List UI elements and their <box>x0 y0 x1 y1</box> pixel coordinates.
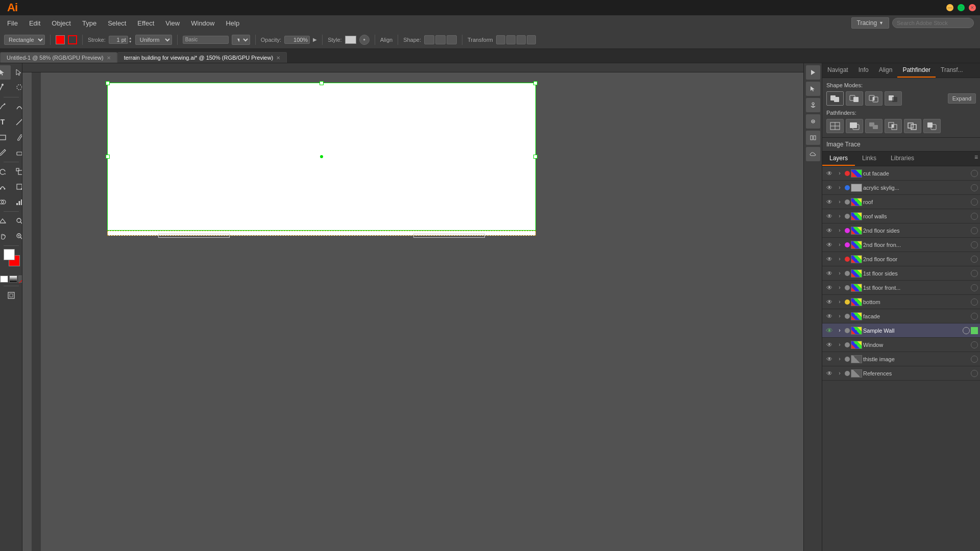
tab-links[interactable]: Links <box>855 152 884 166</box>
tab-pathfinder[interactable]: Pathfinder <box>897 63 936 78</box>
cloud-btn[interactable] <box>806 147 820 161</box>
layer-expand-cut-facade[interactable]: › <box>836 170 844 176</box>
type-tool[interactable]: T <box>0 115 11 129</box>
menu-help[interactable]: Help <box>220 17 244 29</box>
anchor-btn[interactable] <box>806 98 820 112</box>
transform-btn-4[interactable] <box>527 35 536 44</box>
tab-close-untitled[interactable]: ✕ <box>107 55 111 61</box>
layer-circle-acrylic[interactable] <box>971 184 978 191</box>
fill-color-swatch[interactable] <box>56 35 65 44</box>
layer-expand-references[interactable]: › <box>836 370 844 376</box>
shape-btn-2[interactable] <box>435 35 446 44</box>
line-tool[interactable] <box>11 115 22 129</box>
scale-tool[interactable] <box>11 164 22 179</box>
layer-sample-wall[interactable]: 👁 › Sample Wall <box>822 323 980 338</box>
layer-circle-references[interactable] <box>971 370 978 377</box>
shape-select[interactable]: Rectangle <box>4 35 45 45</box>
warp-tool[interactable] <box>0 180 11 194</box>
tab-align[interactable]: Align <box>874 63 898 78</box>
layer-1st-floor-front[interactable]: 👁 › 1st floor front... <box>822 281 980 295</box>
menu-view[interactable]: View <box>160 17 185 29</box>
layer-cut-facade[interactable]: 👁 › cut facade <box>822 166 980 181</box>
close-button[interactable]: ✕ <box>969 4 976 11</box>
grid-tool[interactable] <box>0 214 11 228</box>
tab-navigate[interactable]: Navigat <box>822 63 853 78</box>
opacity-input[interactable] <box>284 36 310 44</box>
shape-mode-exclude[interactable] <box>885 91 902 106</box>
pf-trim[interactable] <box>846 119 863 133</box>
layer-expand-thistle[interactable]: › <box>836 356 844 362</box>
layer-vis-thistle[interactable]: 👁 <box>824 356 835 363</box>
tab-untitled[interactable]: Untitled-1 @ 58% (RGB/GPU Preview) ✕ <box>0 52 117 63</box>
layer-circle-1st-floor-front[interactable] <box>971 284 978 291</box>
layer-expand-roof-walls[interactable]: › <box>836 213 844 219</box>
layer-vis-1st-floor-sides[interactable]: 👁 <box>824 270 835 277</box>
layer-roof[interactable]: 👁 › roof <box>822 195 980 209</box>
zoom-tool[interactable] <box>11 214 22 228</box>
tab-terrain[interactable]: terrain building for viewing.ai* @ 150% … <box>117 52 287 63</box>
shape-mode-minus-front[interactable] <box>846 91 863 106</box>
layer-circle-bottom[interactable] <box>971 298 978 306</box>
layer-vis-roof-walls[interactable]: 👁 <box>824 213 835 220</box>
layer-2nd-floor-front[interactable]: 👁 › 2nd floor fron... <box>822 238 980 252</box>
layer-circle-2nd-floor-sides[interactable] <box>971 227 978 234</box>
color-mode-gradient[interactable] <box>9 276 17 283</box>
fill-color-box[interactable] <box>4 249 15 260</box>
expand-button[interactable]: Expand <box>948 93 976 104</box>
layer-expand-roof[interactable]: › <box>836 199 844 205</box>
opacity-more[interactable]: ▶ <box>313 37 317 42</box>
layer-expand-1st-floor-sides[interactable]: › <box>836 270 844 276</box>
layer-expand-1st-floor-front[interactable]: › <box>836 285 844 290</box>
tab-info[interactable]: Info <box>853 63 874 78</box>
handle-tl[interactable] <box>106 81 110 85</box>
handle-ml[interactable] <box>106 155 110 159</box>
tab-transform[interactable]: Transf... <box>936 63 968 78</box>
menu-edit[interactable]: Edit <box>24 17 45 29</box>
layer-vis-2nd-floor-floor[interactable]: 👁 <box>824 256 835 263</box>
layer-vis-acrylic[interactable]: 👁 <box>824 184 835 191</box>
transform-btn-1[interactable] <box>496 35 505 44</box>
layer-expand-2nd-floor-sides[interactable]: › <box>836 228 844 233</box>
layer-references[interactable]: 👁 › References <box>822 366 980 381</box>
layer-facade[interactable]: 👁 › facade <box>822 309 980 323</box>
paintbrush-tool[interactable] <box>11 130 22 144</box>
curvature-tool[interactable] <box>11 99 22 114</box>
minimize-button[interactable]: — <box>946 4 953 11</box>
layer-vis-2nd-floor-sides[interactable]: 👁 <box>824 227 835 234</box>
color-mode-none[interactable] <box>18 276 22 283</box>
free-transform-tool[interactable] <box>11 180 22 194</box>
color-mode-solid[interactable] <box>0 276 8 283</box>
eraser-tool[interactable] <box>11 145 22 160</box>
stroke-type-select[interactable]: Uniform <box>135 35 172 45</box>
layer-circle-sample-wall[interactable] <box>963 327 970 334</box>
style-swatch[interactable] <box>345 36 356 44</box>
layer-expand-window[interactable]: › <box>836 342 844 347</box>
cursor-icon-btn[interactable] <box>806 82 820 96</box>
layer-1st-floor-sides[interactable]: 👁 › 1st floor sides <box>822 266 980 281</box>
handle-mr[interactable] <box>533 155 537 159</box>
selection-bottom-right-handle[interactable] <box>413 234 485 238</box>
layer-vis-bottom[interactable]: 👁 <box>824 298 835 306</box>
pf-crop[interactable] <box>885 119 902 133</box>
shape-builder-tool[interactable] <box>0 195 11 209</box>
shape-mode-unite[interactable] <box>826 91 844 106</box>
menu-object[interactable]: Object <box>46 17 76 29</box>
magic-wand-tool[interactable] <box>0 81 11 95</box>
layer-expand-acrylic[interactable]: › <box>836 185 844 190</box>
direct-selection-tool[interactable] <box>11 65 22 80</box>
settings-btn[interactable] <box>806 114 820 129</box>
layer-bottom[interactable]: 👁 › bottom <box>822 295 980 309</box>
layer-vis-1st-floor-front[interactable]: 👁 <box>824 284 835 291</box>
layer-thistle[interactable]: 👁 › thistle image <box>822 352 980 366</box>
tab-close-terrain[interactable]: ✕ <box>276 55 280 61</box>
play-btn[interactable] <box>806 65 820 80</box>
layer-vis-facade[interactable]: 👁 <box>824 313 835 320</box>
layer-circle-facade[interactable] <box>971 313 978 320</box>
handle-tc[interactable] <box>320 81 324 85</box>
transform-btn-2[interactable] <box>506 35 516 44</box>
stroke-color-swatch[interactable] <box>68 35 77 44</box>
shape-btn-1[interactable] <box>424 35 434 44</box>
rect-tool[interactable] <box>0 130 11 144</box>
layer-vis-cut-facade[interactable]: 👁 <box>824 170 835 177</box>
rotate-tool[interactable] <box>0 164 11 179</box>
